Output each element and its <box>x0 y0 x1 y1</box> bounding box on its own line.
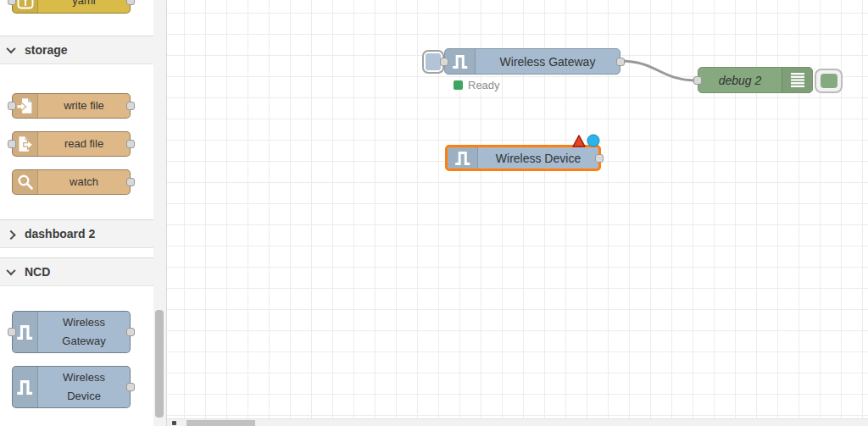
node-label: Wireless Device <box>478 147 598 169</box>
flow-node-wireless-gateway[interactable]: Wireless Gateway Ready <box>444 48 620 75</box>
input-port[interactable] <box>8 102 16 110</box>
palette-category-ncd[interactable]: NCD <box>0 257 153 286</box>
output-port[interactable] <box>616 58 625 66</box>
canvas-hscrollbar-track[interactable] <box>167 418 868 426</box>
error-triangle-icon <box>573 136 585 147</box>
palette-node-label: Wireless Gateway <box>38 312 130 352</box>
node-label: Wireless Gateway <box>476 49 620 74</box>
node-palette: yaml storage write file <box>0 0 166 426</box>
chevron-down-icon <box>6 44 15 53</box>
status-text: Ready <box>468 79 500 91</box>
changed-dot-icon <box>587 135 599 147</box>
debug-toggle-button[interactable] <box>815 69 843 93</box>
node-red-editor: yaml storage write file <box>0 0 868 426</box>
pulse-icon <box>13 367 38 407</box>
magnifier-icon <box>13 170 38 194</box>
palette-node-wireless-gateway[interactable]: Wireless Gateway <box>12 311 131 353</box>
output-port[interactable] <box>126 140 135 148</box>
output-port[interactable] <box>126 102 135 110</box>
status-dot-green <box>453 80 463 90</box>
category-label: dashboard 2 <box>25 227 95 241</box>
category-label: NCD <box>25 265 50 279</box>
palette-node-label: Wireless Device <box>38 367 130 407</box>
debug-lines-icon <box>782 68 812 92</box>
input-port[interactable] <box>8 0 16 5</box>
palette-node-wireless-device[interactable]: Wireless Device <box>12 366 131 408</box>
flow-node-wireless-device[interactable]: Wireless Device <box>445 145 601 171</box>
chevron-down-icon <box>6 266 15 275</box>
palette-node-yaml[interactable]: yaml <box>12 0 131 14</box>
output-port[interactable] <box>595 154 604 163</box>
file-in-icon <box>13 94 38 118</box>
palette-node-label: read file <box>38 132 130 156</box>
node-label: debug 2 <box>698 68 782 92</box>
flow-canvas[interactable]: Wireless Gateway Ready debug 2 <box>166 0 868 426</box>
input-port[interactable] <box>8 328 16 336</box>
input-port[interactable] <box>693 76 702 85</box>
node-badges <box>571 134 602 148</box>
palette-node-label: watch <box>38 170 130 194</box>
chevron-right-icon <box>6 230 15 240</box>
palette-scrollbar-track[interactable] <box>153 0 166 426</box>
file-out-icon <box>13 132 38 156</box>
palette-node-watch[interactable]: watch <box>12 169 131 195</box>
palette-scrollbar-thumb[interactable] <box>155 310 164 418</box>
palette-category-storage[interactable]: storage <box>0 36 153 64</box>
category-label: storage <box>25 43 68 57</box>
palette-node-write-file[interactable]: write file <box>12 93 131 119</box>
palette-node-read-file[interactable]: read file <box>12 131 131 157</box>
canvas-hscrollbar-thumb[interactable] <box>186 420 255 426</box>
pulse-icon <box>445 49 476 74</box>
palette-node-label: write file <box>38 94 130 118</box>
palette-node-label: yaml <box>38 0 130 13</box>
input-port[interactable] <box>440 58 448 66</box>
output-port[interactable] <box>126 383 135 391</box>
yaml-icon <box>13 0 38 13</box>
wire[interactable] <box>620 61 697 80</box>
flow-node-debug-2[interactable]: debug 2 <box>698 67 813 93</box>
pulse-icon <box>13 312 38 352</box>
output-port[interactable] <box>126 178 135 186</box>
debug-toggle-inner <box>821 74 837 88</box>
palette-category-dashboard-2[interactable]: dashboard 2 <box>0 219 153 248</box>
pulse-icon <box>448 147 478 169</box>
node-status: Ready <box>453 79 500 91</box>
scrollbar-corner-mark <box>172 421 176 425</box>
output-port[interactable] <box>126 0 135 5</box>
input-port[interactable] <box>8 140 16 148</box>
output-port[interactable] <box>126 328 135 336</box>
